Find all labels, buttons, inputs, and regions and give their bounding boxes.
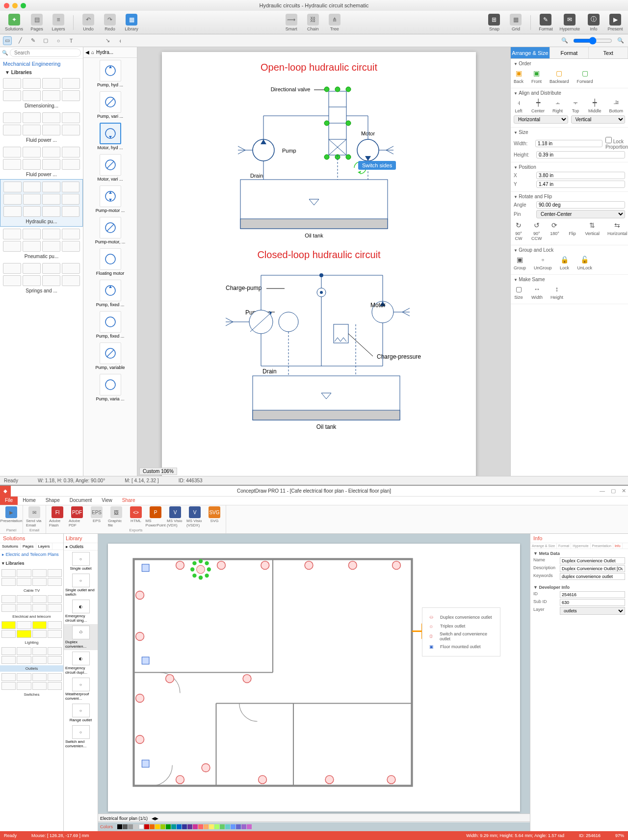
rotate-ccw-button[interactable]: ↺90° CCW bbox=[531, 220, 542, 241]
color-swatch[interactable] bbox=[193, 824, 198, 829]
canvas-area[interactable]: Open-loop hudraulic circuit Directional … bbox=[137, 47, 510, 476]
export-flash-button[interactable]: FlAdobe Flash bbox=[49, 506, 66, 527]
info-tab[interactable]: Arrange & Size bbox=[530, 543, 557, 549]
export-vsdx-button[interactable]: VMS Visio (VSDX) bbox=[186, 506, 203, 527]
shape-item[interactable]: ◐Emergency circuit sing... bbox=[64, 598, 98, 624]
info-tab[interactable]: Format bbox=[557, 543, 571, 549]
color-swatch[interactable] bbox=[247, 824, 252, 829]
align-top-button[interactable]: ⫟Top bbox=[571, 98, 580, 113]
info-tab[interactable]: Presentation bbox=[591, 543, 613, 549]
pin-select[interactable]: Center-Center bbox=[536, 210, 625, 218]
canvas-area[interactable]: ⦵Duplex convenience outlet ⦶Triplex outl… bbox=[98, 534, 530, 831]
subid-input[interactable] bbox=[560, 599, 625, 606]
color-swatch[interactable] bbox=[128, 824, 133, 829]
color-swatch[interactable] bbox=[236, 824, 241, 829]
same-size-button[interactable]: ▢Size bbox=[514, 284, 523, 300]
color-swatch[interactable] bbox=[209, 824, 214, 829]
document-page[interactable]: Open-loop hudraulic circuit Directional … bbox=[162, 52, 476, 476]
shape-item[interactable]: Pump, fixed ... bbox=[83, 278, 137, 309]
color-swatch[interactable] bbox=[220, 824, 225, 829]
lib-group-label[interactable]: Pneumatic pu... bbox=[3, 254, 80, 259]
format-button[interactable]: ✎Format bbox=[536, 13, 555, 32]
tab-home[interactable]: Home bbox=[18, 497, 41, 505]
zoom-out-icon[interactable]: 🔍 bbox=[560, 36, 569, 45]
lib-group[interactable]: Lighting bbox=[0, 639, 63, 646]
x-input[interactable] bbox=[536, 172, 625, 179]
height-input[interactable] bbox=[536, 151, 625, 158]
shape-item[interactable]: Pump, variable bbox=[83, 341, 137, 372]
pages-button[interactable]: ▤Pages bbox=[27, 13, 47, 32]
color-swatch[interactable] bbox=[117, 824, 122, 829]
lib-group[interactable]: Outlets bbox=[0, 665, 63, 672]
color-swatch[interactable] bbox=[225, 824, 230, 829]
lock-proportions-checkbox[interactable] bbox=[605, 137, 612, 143]
shape-item[interactable]: ○Single outlet and switch bbox=[64, 572, 98, 598]
sol-tab[interactable]: Solutions bbox=[0, 543, 21, 550]
color-swatch[interactable] bbox=[133, 824, 138, 829]
tab-share[interactable]: Share bbox=[117, 497, 140, 505]
minimize-window-button[interactable] bbox=[12, 3, 18, 8]
shape-item[interactable]: Pump, varia ... bbox=[83, 372, 137, 403]
prev-page-button[interactable]: ◀ bbox=[152, 816, 155, 821]
shape-item[interactable]: ○Switch and convenien... bbox=[64, 724, 98, 750]
tab-arrange[interactable]: Arrange & Size bbox=[511, 47, 550, 58]
angle-input[interactable] bbox=[536, 201, 625, 209]
color-swatch[interactable] bbox=[144, 824, 149, 829]
lib-group-label[interactable]: Dimensioning... bbox=[3, 103, 80, 108]
y-input[interactable] bbox=[536, 181, 625, 188]
export-vdx-button[interactable]: VMS Visio (VDX) bbox=[167, 506, 183, 527]
export-svg-button[interactable]: SVGSVG bbox=[206, 506, 223, 527]
lib-group[interactable]: Cable TV bbox=[0, 587, 63, 594]
home-icon[interactable]: ⌂ bbox=[91, 50, 94, 55]
align-tool[interactable]: ⫞ bbox=[116, 36, 125, 45]
shape-item[interactable]: ○Range outlet bbox=[64, 702, 98, 724]
zoom-slider[interactable] bbox=[573, 37, 612, 45]
layers-button[interactable]: ≡Layers bbox=[49, 13, 68, 32]
maximize-button[interactable]: ▢ bbox=[611, 488, 616, 494]
text-tool[interactable]: T bbox=[67, 36, 76, 45]
grid-button[interactable]: ▦Grid bbox=[506, 13, 525, 32]
tab-text[interactable]: Text bbox=[589, 47, 628, 58]
tree-button[interactable]: ⋔Tree bbox=[325, 13, 344, 32]
name-input[interactable] bbox=[560, 557, 625, 564]
rect-tool[interactable]: ▢ bbox=[41, 36, 50, 45]
tab-view[interactable]: View bbox=[97, 497, 117, 505]
next-page-button[interactable]: ▶ bbox=[155, 816, 158, 821]
shape-item[interactable]: Motor, vari ... bbox=[83, 152, 137, 184]
redo-button[interactable]: ↷Redo bbox=[100, 13, 120, 32]
ellipse-tool[interactable]: ○ bbox=[54, 36, 63, 45]
color-swatch[interactable] bbox=[160, 824, 165, 829]
present-button[interactable]: ▶Present bbox=[605, 13, 625, 32]
tab-document[interactable]: Document bbox=[65, 497, 97, 505]
color-swatch[interactable] bbox=[241, 824, 246, 829]
lib-group[interactable]: Electrical and telecom bbox=[0, 613, 63, 620]
library-tab[interactable]: ▸ Outlets bbox=[64, 543, 98, 551]
close-button[interactable]: ✕ bbox=[622, 488, 626, 494]
shape-item[interactable]: Pump-motor, ... bbox=[83, 215, 137, 246]
zoom-window-button[interactable] bbox=[21, 3, 26, 8]
color-swatch[interactable] bbox=[155, 824, 160, 829]
color-swatch[interactable] bbox=[177, 824, 182, 829]
width-input[interactable] bbox=[535, 140, 602, 147]
lib-group-label[interactable]: Fluid power ... bbox=[3, 137, 80, 143]
shape-item[interactable]: ⦵Duplex convenien... bbox=[64, 624, 98, 650]
export-html-button[interactable]: <>HTML bbox=[128, 506, 144, 527]
color-swatch[interactable] bbox=[214, 824, 219, 829]
order-backward-button[interactable]: ▢Backward bbox=[550, 68, 569, 84]
back-icon[interactable]: ◀ bbox=[85, 50, 89, 55]
shape-item[interactable]: ○Weatherproof conveni... bbox=[64, 676, 98, 702]
shape-item[interactable]: Motor, hyd ... bbox=[83, 121, 137, 152]
hypernote-button[interactable]: ✉Hypernote bbox=[557, 13, 582, 32]
align-left-button[interactable]: ⫞Left bbox=[514, 98, 523, 113]
shape-item[interactable]: Pump-motor ... bbox=[83, 184, 137, 215]
export-graphic-button[interactable]: 🖼Graphic file bbox=[108, 506, 125, 527]
email-button[interactable]: ✉Send via Email bbox=[26, 506, 43, 527]
color-swatch[interactable] bbox=[182, 824, 187, 829]
id-input[interactable] bbox=[560, 591, 625, 598]
layer-select[interactable]: outlets bbox=[560, 607, 625, 615]
shape-item[interactable]: ◐Emergency circuit dupl... bbox=[64, 650, 98, 676]
lock-button[interactable]: 🔒Lock bbox=[560, 255, 570, 270]
color-swatch[interactable] bbox=[166, 824, 171, 829]
select-tool[interactable]: ▭ bbox=[3, 36, 12, 45]
export-eps-button[interactable]: EPSEPS bbox=[88, 506, 105, 527]
